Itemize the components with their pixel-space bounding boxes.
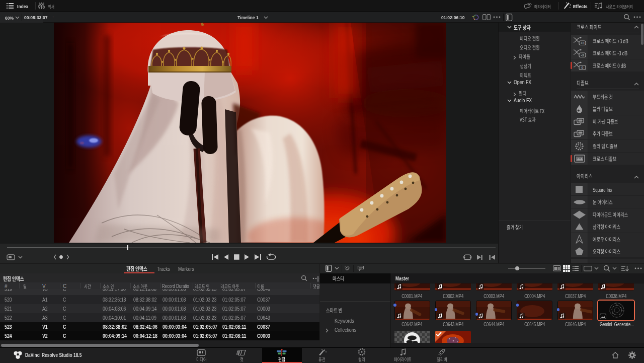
svg-text:0: 0 [582,66,584,69]
svg-text:+3: +3 [581,41,585,44]
svg-text:-3: -3 [581,53,584,57]
